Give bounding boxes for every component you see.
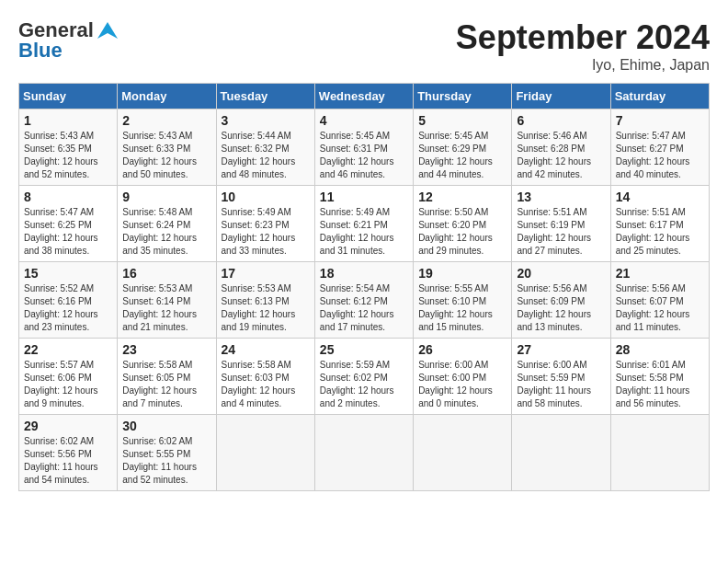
day-info: Sunrise: 5:53 AM Sunset: 6:14 PM Dayligh… [122, 282, 210, 334]
calendar-cell: 20Sunrise: 5:56 AM Sunset: 6:09 PM Dayli… [512, 262, 610, 339]
day-info: Sunrise: 6:02 AM Sunset: 5:55 PM Dayligh… [122, 435, 210, 487]
day-info: Sunrise: 5:49 AM Sunset: 6:21 PM Dayligh… [320, 206, 408, 258]
day-info: Sunrise: 5:57 AM Sunset: 6:06 PM Dayligh… [24, 359, 112, 410]
header-thursday: Thursday [414, 84, 512, 109]
logo: General Blue [18, 18, 118, 63]
calendar-cell: 2Sunrise: 5:43 AM Sunset: 6:33 PM Daylig… [118, 109, 216, 186]
header-wednesday: Wednesday [314, 84, 413, 109]
day-number: 10 [222, 190, 310, 204]
day-info: Sunrise: 6:02 AM Sunset: 5:56 PM Dayligh… [24, 435, 112, 487]
calendar-cell [216, 415, 314, 491]
calendar-cell: 18Sunrise: 5:54 AM Sunset: 6:12 PM Dayli… [314, 262, 413, 339]
calendar-cell: 14Sunrise: 5:51 AM Sunset: 6:17 PM Dayli… [610, 186, 709, 262]
day-info: Sunrise: 5:59 AM Sunset: 6:02 PM Dayligh… [320, 359, 408, 410]
day-number: 8 [24, 190, 112, 204]
day-info: Sunrise: 6:00 AM Sunset: 6:00 PM Dayligh… [418, 359, 506, 410]
day-info: Sunrise: 5:58 AM Sunset: 6:03 PM Dayligh… [222, 359, 310, 410]
day-number: 22 [24, 342, 112, 357]
calendar-cell: 26Sunrise: 6:00 AM Sunset: 6:00 PM Dayli… [414, 339, 512, 415]
calendar-cell: 27Sunrise: 6:00 AM Sunset: 5:59 PM Dayli… [512, 339, 610, 415]
header-friday: Friday [512, 84, 610, 109]
day-info: Sunrise: 6:00 AM Sunset: 5:59 PM Dayligh… [517, 359, 605, 410]
day-info: Sunrise: 5:43 AM Sunset: 6:33 PM Dayligh… [122, 130, 210, 181]
day-number: 19 [418, 266, 506, 281]
day-number: 2 [122, 113, 210, 128]
calendar-cell: 1Sunrise: 5:43 AM Sunset: 6:35 PM Daylig… [19, 109, 118, 186]
calendar-cell: 13Sunrise: 5:51 AM Sunset: 6:19 PM Dayli… [512, 186, 610, 262]
calendar-week-1: 1Sunrise: 5:43 AM Sunset: 6:35 PM Daylig… [19, 109, 710, 186]
calendar-cell: 24Sunrise: 5:58 AM Sunset: 6:03 PM Dayli… [216, 339, 314, 415]
day-number: 23 [122, 342, 210, 357]
header-monday: Monday [118, 84, 216, 109]
day-number: 26 [418, 342, 506, 357]
day-number: 11 [320, 190, 408, 204]
day-info: Sunrise: 5:52 AM Sunset: 6:16 PM Dayligh… [24, 282, 112, 334]
day-info: Sunrise: 5:55 AM Sunset: 6:10 PM Dayligh… [418, 282, 506, 334]
day-number: 4 [320, 113, 408, 128]
day-number: 24 [222, 342, 310, 357]
month-title: September 2024 [456, 18, 710, 57]
day-number: 27 [517, 342, 605, 357]
calendar-week-5: 29Sunrise: 6:02 AM Sunset: 5:56 PM Dayli… [19, 415, 710, 491]
header-sunday: Sunday [19, 84, 118, 109]
day-info: Sunrise: 5:56 AM Sunset: 6:09 PM Dayligh… [517, 282, 605, 334]
day-number: 15 [24, 266, 112, 281]
calendar-cell: 19Sunrise: 5:55 AM Sunset: 6:10 PM Dayli… [414, 262, 512, 339]
logo-bird-icon [97, 20, 118, 40]
day-info: Sunrise: 5:46 AM Sunset: 6:28 PM Dayligh… [517, 130, 605, 181]
calendar-cell [610, 415, 709, 491]
day-info: Sunrise: 5:43 AM Sunset: 6:35 PM Dayligh… [24, 130, 112, 181]
day-number: 3 [222, 113, 310, 128]
calendar-week-4: 22Sunrise: 5:57 AM Sunset: 6:06 PM Dayli… [19, 339, 710, 415]
day-info: Sunrise: 5:48 AM Sunset: 6:24 PM Dayligh… [122, 206, 210, 258]
location-subtitle: Iyo, Ehime, Japan [456, 57, 710, 74]
day-number: 29 [24, 419, 112, 433]
header-saturday: Saturday [610, 84, 709, 109]
calendar-cell: 6Sunrise: 5:46 AM Sunset: 6:28 PM Daylig… [512, 109, 610, 186]
day-info: Sunrise: 5:53 AM Sunset: 6:13 PM Dayligh… [222, 282, 310, 334]
day-info: Sunrise: 5:50 AM Sunset: 6:20 PM Dayligh… [418, 206, 506, 258]
calendar-cell: 5Sunrise: 5:45 AM Sunset: 6:29 PM Daylig… [414, 109, 512, 186]
calendar-cell: 25Sunrise: 5:59 AM Sunset: 6:02 PM Dayli… [314, 339, 413, 415]
calendar-table: SundayMondayTuesdayWednesdayThursdayFrid… [18, 83, 710, 491]
day-number: 21 [616, 266, 704, 281]
calendar-cell: 23Sunrise: 5:58 AM Sunset: 6:05 PM Dayli… [118, 339, 216, 415]
day-info: Sunrise: 5:47 AM Sunset: 6:25 PM Dayligh… [24, 206, 112, 258]
day-number: 28 [616, 342, 704, 357]
day-info: Sunrise: 5:49 AM Sunset: 6:23 PM Dayligh… [222, 206, 310, 258]
day-number: 20 [517, 266, 605, 281]
calendar-cell: 9Sunrise: 5:48 AM Sunset: 6:24 PM Daylig… [118, 186, 216, 262]
calendar-cell: 21Sunrise: 5:56 AM Sunset: 6:07 PM Dayli… [610, 262, 709, 339]
calendar-cell: 17Sunrise: 5:53 AM Sunset: 6:13 PM Dayli… [216, 262, 314, 339]
day-number: 30 [122, 419, 210, 433]
calendar-cell: 30Sunrise: 6:02 AM Sunset: 5:55 PM Dayli… [118, 415, 216, 491]
calendar-body: 1Sunrise: 5:43 AM Sunset: 6:35 PM Daylig… [19, 109, 710, 491]
day-info: Sunrise: 5:44 AM Sunset: 6:32 PM Dayligh… [222, 130, 310, 181]
calendar-week-3: 15Sunrise: 5:52 AM Sunset: 6:16 PM Dayli… [19, 262, 710, 339]
calendar-week-2: 8Sunrise: 5:47 AM Sunset: 6:25 PM Daylig… [19, 186, 710, 262]
calendar-cell [414, 415, 512, 491]
day-info: Sunrise: 5:58 AM Sunset: 6:05 PM Dayligh… [122, 359, 210, 410]
day-number: 6 [517, 113, 605, 128]
calendar-cell [314, 415, 413, 491]
day-number: 14 [616, 190, 704, 204]
page-header: General Blue September 2024 Iyo, Ehime, … [18, 18, 710, 74]
day-number: 17 [222, 266, 310, 281]
calendar-cell: 4Sunrise: 5:45 AM Sunset: 6:31 PM Daylig… [314, 109, 413, 186]
day-number: 9 [122, 190, 210, 204]
calendar-cell: 7Sunrise: 5:47 AM Sunset: 6:27 PM Daylig… [610, 109, 709, 186]
header-tuesday: Tuesday [216, 84, 314, 109]
logo-text-blue: Blue [18, 39, 63, 63]
day-info: Sunrise: 5:51 AM Sunset: 6:17 PM Dayligh… [616, 206, 704, 258]
calendar-cell: 8Sunrise: 5:47 AM Sunset: 6:25 PM Daylig… [19, 186, 118, 262]
day-number: 13 [517, 190, 605, 204]
calendar-cell: 28Sunrise: 6:01 AM Sunset: 5:58 PM Dayli… [610, 339, 709, 415]
calendar-cell: 22Sunrise: 5:57 AM Sunset: 6:06 PM Dayli… [19, 339, 118, 415]
calendar-cell: 11Sunrise: 5:49 AM Sunset: 6:21 PM Dayli… [314, 186, 413, 262]
day-info: Sunrise: 5:51 AM Sunset: 6:19 PM Dayligh… [517, 206, 605, 258]
day-info: Sunrise: 5:45 AM Sunset: 6:29 PM Dayligh… [418, 130, 506, 181]
day-info: Sunrise: 6:01 AM Sunset: 5:58 PM Dayligh… [616, 359, 704, 410]
calendar-cell: 15Sunrise: 5:52 AM Sunset: 6:16 PM Dayli… [19, 262, 118, 339]
day-number: 7 [616, 113, 704, 128]
day-number: 12 [418, 190, 506, 204]
